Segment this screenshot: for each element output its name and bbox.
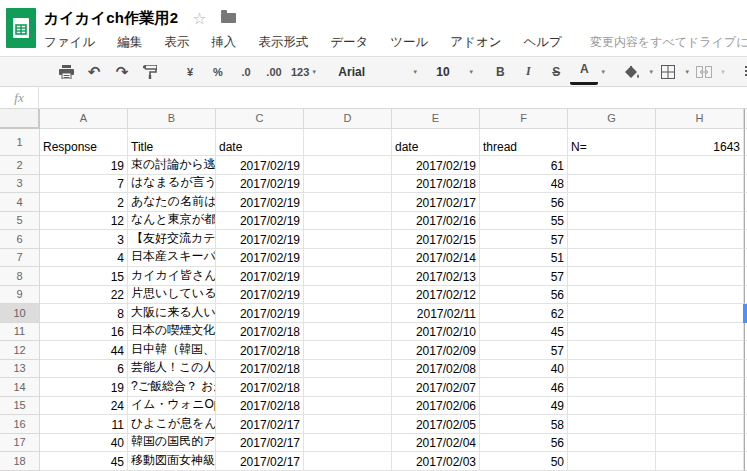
cell-A15[interactable]: 24: [40, 397, 128, 416]
cell-G8[interactable]: [568, 267, 656, 286]
cell-D9[interactable]: [304, 286, 392, 305]
cell-E18[interactable]: 2017/02/03: [392, 452, 480, 471]
cell-B8[interactable]: カイカイ皆さん全羅: [128, 267, 216, 286]
cell-C8[interactable]: 2017/02/19: [216, 267, 304, 286]
cell-H15[interactable]: [656, 397, 744, 416]
row-header-7[interactable]: 7: [0, 249, 40, 268]
cell-H11[interactable]: [656, 323, 744, 342]
cell-E10[interactable]: 2017/02/11: [392, 304, 480, 323]
menu-view[interactable]: 表示: [164, 34, 189, 51]
cell-G2[interactable]: [568, 156, 656, 175]
format-percent-button[interactable]: %: [204, 61, 232, 83]
cell-B18[interactable]: 移動図面女神級の: [128, 452, 216, 471]
cell-E4[interactable]: 2017/02/17: [392, 193, 480, 212]
column-header-C[interactable]: C: [216, 109, 304, 129]
cell-F2[interactable]: 61: [480, 156, 568, 175]
cell-D11[interactable]: [304, 323, 392, 342]
cell-C13[interactable]: 2017/02/18: [216, 360, 304, 379]
column-header-E[interactable]: E: [392, 109, 480, 129]
menu-help[interactable]: ヘルプ: [524, 34, 562, 51]
cell-D2[interactable]: [304, 156, 392, 175]
cell-F18[interactable]: 50: [480, 452, 568, 471]
folder-icon[interactable]: [221, 13, 236, 23]
cell-C18[interactable]: 2017/02/17: [216, 452, 304, 471]
cell-E8[interactable]: 2017/02/13: [392, 267, 480, 286]
cell-D13[interactable]: [304, 360, 392, 379]
cell-G18[interactable]: [568, 452, 656, 471]
format-currency-button[interactable]: ¥: [176, 61, 204, 83]
cell-H17[interactable]: [656, 434, 744, 453]
cell-E2[interactable]: 2017/02/19: [392, 156, 480, 175]
cell-A7[interactable]: 4: [40, 249, 128, 268]
cell-F8[interactable]: 57: [480, 267, 568, 286]
font-family-select[interactable]: Arial▼: [332, 57, 418, 86]
cell-A1[interactable]: Response: [40, 129, 128, 156]
italic-button[interactable]: I: [514, 61, 542, 83]
row-header-9[interactable]: 9: [0, 286, 40, 305]
cell-H2[interactable]: [656, 156, 744, 175]
fill-color-icon[interactable]: [618, 61, 646, 83]
cell-D14[interactable]: [304, 378, 392, 397]
row-header-11[interactable]: 11: [0, 323, 40, 342]
menu-format[interactable]: 表示形式: [258, 34, 308, 51]
row-header-13[interactable]: 13: [0, 360, 40, 379]
cell-B3[interactable]: はなまるが言う「z: [128, 175, 216, 194]
horizontal-align-icon[interactable]: [738, 61, 747, 83]
cell-E15[interactable]: 2017/02/06: [392, 397, 480, 416]
cell-D8[interactable]: [304, 267, 392, 286]
row-header-16[interactable]: 16: [0, 415, 40, 434]
cell-F9[interactable]: 56: [480, 286, 568, 305]
cell-E16[interactable]: 2017/02/05: [392, 415, 480, 434]
cell-E14[interactable]: 2017/02/07: [392, 378, 480, 397]
cell-E11[interactable]: 2017/02/10: [392, 323, 480, 342]
cell-H16[interactable]: [656, 415, 744, 434]
cell-A18[interactable]: 45: [40, 452, 128, 471]
cell-C7[interactable]: 2017/02/19: [216, 249, 304, 268]
row-header-5[interactable]: 5: [0, 212, 40, 231]
row-header-15[interactable]: 15: [0, 397, 40, 416]
cell-G4[interactable]: [568, 193, 656, 212]
borders-icon[interactable]: [654, 61, 682, 83]
cell-G11[interactable]: [568, 323, 656, 342]
menu-file[interactable]: ファイル: [44, 34, 95, 51]
cell-G14[interactable]: [568, 378, 656, 397]
cell-B6[interactable]: 【友好交流カテゴリ: [128, 230, 216, 249]
cell-H13[interactable]: [656, 360, 744, 379]
cell-F5[interactable]: 55: [480, 212, 568, 231]
cell-C2[interactable]: 2017/02/19: [216, 156, 304, 175]
menu-tools[interactable]: ツール: [390, 34, 428, 51]
bold-button[interactable]: B: [486, 61, 514, 83]
cell-A14[interactable]: 19: [40, 378, 128, 397]
sheets-logo-icon[interactable]: [6, 8, 36, 48]
cell-B2[interactable]: 束の討論から逃げ: [128, 156, 216, 175]
cell-B7[interactable]: 日本産スキーバン: [128, 249, 216, 268]
column-header-D[interactable]: D: [304, 109, 392, 129]
cell-H9[interactable]: [656, 286, 744, 305]
cell-B14[interactable]: ?ご飯総合？ おかず: [128, 378, 216, 397]
cell-C4[interactable]: 2017/02/19: [216, 193, 304, 212]
cell-F16[interactable]: 58: [480, 415, 568, 434]
cell-E1[interactable]: date: [392, 129, 480, 156]
column-header-A[interactable]: A: [40, 109, 128, 129]
cell-G3[interactable]: [568, 175, 656, 194]
cell-H7[interactable]: [656, 249, 744, 268]
cell-B15[interactable]: イム・ウォニOppa: [128, 397, 216, 416]
cell-A4[interactable]: 2: [40, 193, 128, 212]
cell-A13[interactable]: 6: [40, 360, 128, 379]
cell-D12[interactable]: [304, 341, 392, 360]
decrease-decimal-button[interactable]: .0: [232, 61, 260, 83]
cell-D17[interactable]: [304, 434, 392, 453]
row-header-3[interactable]: 3: [0, 175, 40, 194]
row-header-12[interactable]: 12: [0, 341, 40, 360]
row-header-8[interactable]: 8: [0, 267, 40, 286]
menu-insert[interactable]: 挿入: [211, 34, 236, 51]
cell-D7[interactable]: [304, 249, 392, 268]
cell-H18[interactable]: [656, 452, 744, 471]
paint-format-icon[interactable]: [136, 61, 164, 83]
cell-H4[interactable]: [656, 193, 744, 212]
row-header-6[interactable]: 6: [0, 230, 40, 249]
cell-D18[interactable]: [304, 452, 392, 471]
cell-B1[interactable]: Title: [128, 129, 216, 156]
cell-A5[interactable]: 12: [40, 212, 128, 231]
menu-data[interactable]: データ: [330, 34, 368, 51]
